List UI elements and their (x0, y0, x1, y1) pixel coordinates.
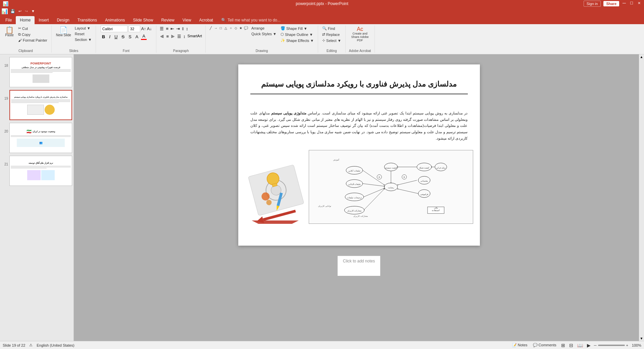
font-size-input[interactable]: 32 (129, 26, 140, 32)
tab-transitions[interactable]: Transitions (73, 16, 101, 24)
replace-button[interactable]: ⇄ Replace (321, 32, 342, 37)
reading-view-btn[interactable]: 📖 (577, 342, 584, 349)
customize-quick-btn[interactable]: ▼ (30, 8, 36, 14)
line-spacing-btn[interactable]: ↕ (183, 33, 186, 40)
undo-quick-btn[interactable]: ↩ (17, 8, 22, 14)
decrease-font-btn[interactable]: A↓ (147, 27, 152, 31)
shape-effects-dropdown: ▼ (310, 39, 314, 43)
add-notes-text[interactable]: Click to add notes (343, 259, 375, 263)
increase-font-btn[interactable]: A↑ (141, 27, 146, 31)
clear-format-button[interactable]: A (134, 34, 140, 40)
canvas-area[interactable]: ▲ ▼ مدلسازی مدل پذیرش فناوری با رویکرد م… (74, 54, 644, 341)
slide-body-text[interactable]: در مدلسازی به روش پویایی سیستم ابتدا یک … (250, 110, 468, 141)
increase-indent-btn[interactable]: ⇥ (176, 26, 181, 32)
format-painter-button[interactable]: 🖌 Format Painter (17, 38, 49, 43)
shape-fill-button[interactable]: 🪣 Shape Fill ▼ (279, 26, 315, 31)
slide-sorter-btn[interactable]: ⊟ (568, 342, 574, 349)
section-button[interactable]: Section ▼ (73, 37, 93, 42)
select-button[interactable]: ⊹ Select ▼ (321, 38, 342, 43)
slide-title[interactable]: مدلسازی مدل پذیرش فناوری با رویکرد مدلسا… (250, 75, 468, 94)
columns-btn[interactable]: ⫴ (181, 26, 185, 32)
close-button[interactable]: ✕ (637, 1, 641, 5)
slide-item-18[interactable]: 18 POWERPOINT فرصت تغییرات پیشبینی در مد… (1, 57, 72, 87)
underline-button[interactable]: U (113, 34, 119, 40)
slideshow-btn[interactable]: ▶ (586, 342, 591, 349)
zoom-percent[interactable]: 100% (630, 343, 641, 347)
minimize-button[interactable]: ─ (622, 1, 627, 5)
smartart-btn[interactable]: SmartArt (187, 33, 202, 40)
font-color-button[interactable]: A (141, 33, 147, 40)
shape-effects-button[interactable]: ✨ Shape Effects ▼ (279, 38, 315, 43)
find-button[interactable]: 🔍 Find (321, 26, 342, 31)
shape-star[interactable]: ★ (239, 26, 243, 30)
language-status[interactable]: English (United States) (37, 343, 75, 347)
slide-thumb-19[interactable]: مدلسازی مدل پذیرش فناوری با رویکرد مدلسا… (9, 90, 72, 120)
tab-review[interactable]: Review (157, 16, 178, 24)
tab-file[interactable]: File (1, 16, 16, 24)
sign-in-button[interactable]: Sign in (584, 1, 601, 7)
tab-design[interactable]: Design (53, 16, 73, 24)
tab-insert[interactable]: Insert (35, 16, 53, 24)
comments-button[interactable]: 💬 Comments (532, 342, 558, 348)
shape-arrow[interactable]: → (213, 26, 218, 30)
bold-button[interactable]: B (101, 34, 106, 40)
select-dropdown: ▼ (338, 39, 341, 43)
tab-slideshow[interactable]: Slide Show (129, 16, 157, 24)
slide-item-20[interactable]: 20 🇮🇷 وضعیت موجود در ایران 👥 (1, 123, 72, 153)
slide-thumb-21[interactable]: نرم افزار های آفاق توسعه (9, 156, 72, 186)
decrease-indent-btn[interactable]: ⇤ (170, 26, 175, 32)
save-quick-btn[interactable]: 💾 (9, 8, 16, 14)
copy-button[interactable]: ⧉ Copy (17, 32, 49, 37)
zoom-slider[interactable] (598, 345, 625, 346)
notes-button[interactable]: 📝 Notes (511, 342, 529, 348)
shape-outline-button[interactable]: ⬡ Shape Outline ▼ (279, 32, 315, 37)
slide-thumb-18[interactable]: POWERPOINT فرصت تغییرات پیشبینی در مدل م… (9, 57, 72, 87)
shape-diamond[interactable]: ◇ (234, 26, 238, 30)
tab-search[interactable]: 🔍 Tell me what you want to do... (217, 16, 285, 24)
arrange-button[interactable]: Arrange (250, 26, 278, 31)
slide-thumb-20[interactable]: 🇮🇷 وضعیت موجود در ایران 👥 (9, 123, 72, 153)
font-name-input[interactable]: Calibri (101, 26, 128, 32)
shape-rect[interactable]: □ (218, 26, 223, 30)
italic-button[interactable]: I (108, 34, 112, 40)
reset-button[interactable]: Reset (73, 31, 93, 37)
text-direction-btn[interactable]: ↕ (185, 26, 189, 32)
slide-item-21[interactable]: 21 نرم افزار های آفاق توسعه (1, 156, 72, 186)
scroll-down-btn[interactable]: ▼ (639, 336, 644, 341)
quick-styles-button[interactable]: Quick Styles ▼ (250, 31, 278, 37)
numbering-btn[interactable]: ≡ (165, 26, 169, 32)
justify-btn[interactable]: ☰ (177, 33, 182, 40)
normal-view-btn[interactable]: ⊞ (560, 342, 566, 349)
zoom-in-btn[interactable]: + (626, 343, 628, 347)
ribbon-group-editing: 🔍 Find ⇄ Replace ⊹ Select ▼ Editing (318, 26, 345, 53)
cut-label: Cut (22, 27, 28, 31)
align-left-btn[interactable]: ⫷ (159, 33, 165, 40)
strikethrough-button[interactable]: S (120, 34, 126, 40)
bullets-btn[interactable]: ☰ (159, 26, 164, 32)
shape-line[interactable]: ╱ (208, 26, 213, 30)
shape-oval[interactable]: ○ (229, 26, 233, 30)
tab-acrobat[interactable]: Acrobat (195, 16, 217, 24)
slide-item-19[interactable]: 19 مدلسازی مدل پذیرش فناوری با رویکرد مد… (1, 90, 72, 120)
scroll-up-btn[interactable]: ▲ (639, 54, 644, 59)
create-share-adobe-button[interactable]: Ac Create and Share Adobe PDF (348, 26, 372, 43)
system-dynamics-diagram[interactable]: رضایت تبلیغات آنلاین تبلیغات آف‌لاین ترج… (309, 150, 473, 224)
cut-button[interactable]: ✂ Cut (17, 26, 49, 31)
new-slide-button[interactable]: 📄 New Slide (54, 26, 73, 38)
share-button[interactable]: Share (603, 1, 619, 6)
tab-animations[interactable]: Animations (101, 16, 129, 24)
redo-quick-btn[interactable]: ↪ (24, 8, 29, 14)
shape-triangle[interactable]: △ (224, 26, 228, 30)
align-center-btn[interactable]: ≡ (165, 33, 169, 40)
zoom-out-btn[interactable]: ─ (594, 343, 597, 347)
paste-button[interactable]: 📋 Paste (3, 26, 16, 38)
align-right-btn[interactable]: ⫸ (170, 33, 176, 40)
shadow-button[interactable]: S (127, 34, 133, 40)
tab-view[interactable]: View (179, 16, 195, 24)
shape-callout[interactable]: 💬 (244, 26, 248, 30)
layout-button[interactable]: Layout ▼ (73, 26, 93, 31)
cut-icon: ✂ (18, 26, 21, 31)
tab-home[interactable]: Home (16, 16, 35, 24)
restore-button[interactable]: ☐ (629, 1, 634, 5)
notes-bar[interactable]: Click to add notes (338, 256, 380, 276)
